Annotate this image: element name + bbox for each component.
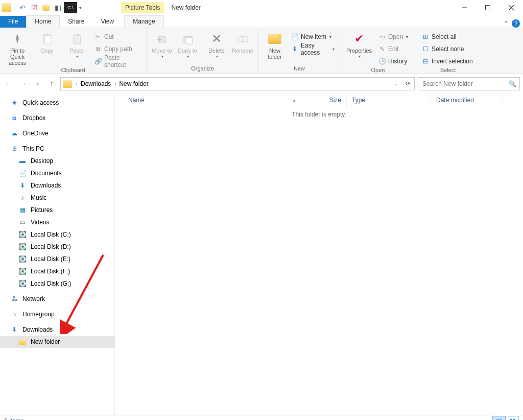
- cut-label: Cut: [104, 33, 114, 40]
- move-to-button[interactable]: Move to▾: [150, 30, 174, 59]
- cut-button[interactable]: ✂Cut: [92, 31, 143, 42]
- app-folder-icon[interactable]: [2, 3, 11, 12]
- sidebar-item-disk-e[interactable]: 💽Local Disk (E:): [0, 253, 114, 265]
- sidebar-item-disk-g[interactable]: 💽Local Disk (G:): [0, 277, 114, 290]
- maximize-button[interactable]: [476, 1, 500, 15]
- recent-locations-button[interactable]: ▾: [32, 81, 43, 87]
- up-button[interactable]: ↑: [46, 79, 57, 88]
- help-icon[interactable]: ?: [512, 19, 520, 28]
- paste-button[interactable]: Paste ▾: [62, 30, 91, 59]
- sidebar-item-desktop[interactable]: ▬Desktop: [0, 155, 114, 167]
- copy-to-label: Copy to: [178, 48, 197, 54]
- properties-button[interactable]: ✔ Properties▾: [343, 30, 375, 59]
- invert-selection-button[interactable]: ⊟Invert selection: [419, 56, 477, 67]
- file-list-area[interactable]: Name▴ Size Type Date modified This folde…: [115, 94, 523, 415]
- pin-to-quick-access-button[interactable]: Pin to Quick access: [3, 30, 32, 66]
- new-item-button[interactable]: 📄New item▾: [289, 31, 337, 42]
- view-details-button[interactable]: [492, 416, 506, 420]
- tab-share[interactable]: Share: [60, 16, 92, 28]
- tab-view[interactable]: View: [92, 16, 122, 28]
- svg-rect-8: [76, 34, 79, 36]
- close-button[interactable]: [500, 1, 523, 15]
- sidebar-item-dropbox[interactable]: ⧈Dropbox: [0, 112, 114, 124]
- breadcrumb-sep[interactable]: ›: [112, 80, 117, 87]
- sort-asc-icon: ▴: [293, 98, 296, 103]
- column-header-size[interactable]: Size: [301, 94, 347, 107]
- column-header-type[interactable]: Type: [347, 94, 431, 107]
- copy-button[interactable]: Copy: [33, 30, 61, 54]
- properties-label: Properties: [346, 48, 372, 54]
- select-none-label: Select none: [432, 45, 464, 53]
- ribbon-group-open: ✔ Properties▾ ▭Open▾ ✎Edit 🕑History Open: [340, 28, 416, 74]
- forward-button[interactable]: →: [17, 79, 29, 88]
- search-box[interactable]: 🔍: [418, 77, 520, 90]
- open-button[interactable]: ▭Open▾: [376, 31, 413, 42]
- desktop-label: Desktop: [31, 157, 53, 165]
- properties-qat-icon[interactable]: ☑: [29, 2, 40, 13]
- sidebar-item-pictures[interactable]: ▦Pictures: [0, 204, 114, 216]
- paste-shortcut-button[interactable]: 🔗Paste shortcut: [92, 56, 143, 67]
- status-item-count: 0 items: [4, 417, 24, 420]
- easy-access-button[interactable]: ⬇Easy access▾: [289, 43, 337, 55]
- sidebar-item-documents[interactable]: 📄Documents: [0, 167, 114, 179]
- disk-f-label: Local Disk (F:): [31, 268, 70, 275]
- copy-to-button[interactable]: Copy to▾: [175, 30, 200, 59]
- sidebar-item-disk-c[interactable]: 💽Local Disk (C:): [0, 228, 114, 241]
- copy-path-button[interactable]: ⧉Copy path: [92, 43, 143, 55]
- clipboard-group-label: Clipboard: [61, 67, 85, 74]
- sidebar-item-network[interactable]: 🖧Network: [0, 293, 114, 305]
- column-header-name[interactable]: Name▴: [123, 94, 301, 107]
- rename-button[interactable]: Rename: [230, 30, 255, 54]
- delete-button[interactable]: ✕ Delete▾: [204, 30, 229, 59]
- select-all-button[interactable]: ⊞Select all: [419, 31, 477, 42]
- crumb-new-folder[interactable]: New folder: [117, 80, 150, 87]
- column-header-modified[interactable]: Date modified: [431, 94, 503, 107]
- documents-label: Documents: [31, 170, 62, 177]
- sidebar-item-disk-f[interactable]: 💽Local Disk (F:): [0, 265, 114, 277]
- sidebar-item-downloads[interactable]: ⬇Downloads: [0, 179, 114, 192]
- sidebar-item-onedrive[interactable]: ☁OneDrive: [0, 127, 114, 139]
- ribbon-group-new: ✦ New folder 📄New item▾ ⬇Easy access▾ Ne…: [259, 28, 340, 74]
- svg-rect-7: [74, 35, 81, 44]
- edit-button[interactable]: ✎Edit: [376, 43, 413, 55]
- undo-icon[interactable]: ↶: [17, 2, 28, 13]
- address-folder-icon: [63, 80, 72, 88]
- copy-label: Copy: [40, 48, 54, 54]
- svg-rect-6: [45, 36, 51, 44]
- cmd-qat-icon[interactable]: C:\: [64, 2, 77, 13]
- window-qat-icon[interactable]: ◧: [52, 2, 63, 13]
- breadcrumb-sep[interactable]: ›: [74, 80, 79, 87]
- crumb-downloads[interactable]: Downloads: [79, 80, 112, 87]
- sidebar-item-homegroup[interactable]: ⌂Homegroup: [0, 308, 114, 320]
- music-label: Music: [31, 194, 46, 201]
- minimize-button[interactable]: [453, 1, 476, 15]
- sidebar-item-music[interactable]: ♪Music: [0, 192, 114, 204]
- view-large-icons-button[interactable]: [506, 416, 519, 420]
- sidebar-item-downloads-2[interactable]: ⬇Downloads: [0, 323, 114, 336]
- sidebar-item-quick-access[interactable]: ★Quick access: [0, 97, 114, 109]
- onedrive-label: OneDrive: [22, 130, 49, 137]
- invert-label: Invert selection: [432, 58, 473, 65]
- new-folder-qat-icon[interactable]: [40, 2, 52, 13]
- address-history-button[interactable]: ⌄: [390, 81, 402, 86]
- back-button[interactable]: ←: [3, 79, 14, 88]
- sidebar-item-disk-d[interactable]: 💽Local Disk (D:): [0, 241, 114, 253]
- tab-file[interactable]: File: [0, 16, 26, 28]
- minimize-ribbon-icon[interactable]: ⌃: [504, 20, 509, 27]
- sidebar-item-videos[interactable]: ▭Videos: [0, 216, 114, 228]
- sidebar-item-this-pc[interactable]: 🖥This PC: [0, 143, 114, 155]
- new-item-label: New item: [301, 33, 326, 40]
- history-button[interactable]: 🕑History: [376, 56, 413, 67]
- select-none-button[interactable]: ☐Select none: [419, 43, 477, 55]
- refresh-button[interactable]: ⟳: [402, 80, 414, 87]
- delete-label: Delete: [208, 48, 225, 54]
- sidebar-item-new-folder[interactable]: New folder: [0, 336, 114, 348]
- tab-manage[interactable]: Manage: [124, 15, 163, 28]
- disk-e-label: Local Disk (E:): [31, 255, 70, 263]
- tab-home[interactable]: Home: [26, 15, 60, 28]
- address-bar[interactable]: › Downloads › New folder ⌄ ⟳: [60, 77, 415, 90]
- qat-customize-icon[interactable]: ▾: [78, 5, 83, 10]
- search-input[interactable]: [421, 80, 509, 88]
- new-folder-button[interactable]: ✦ New folder: [262, 30, 288, 60]
- select-all-label: Select all: [432, 33, 457, 40]
